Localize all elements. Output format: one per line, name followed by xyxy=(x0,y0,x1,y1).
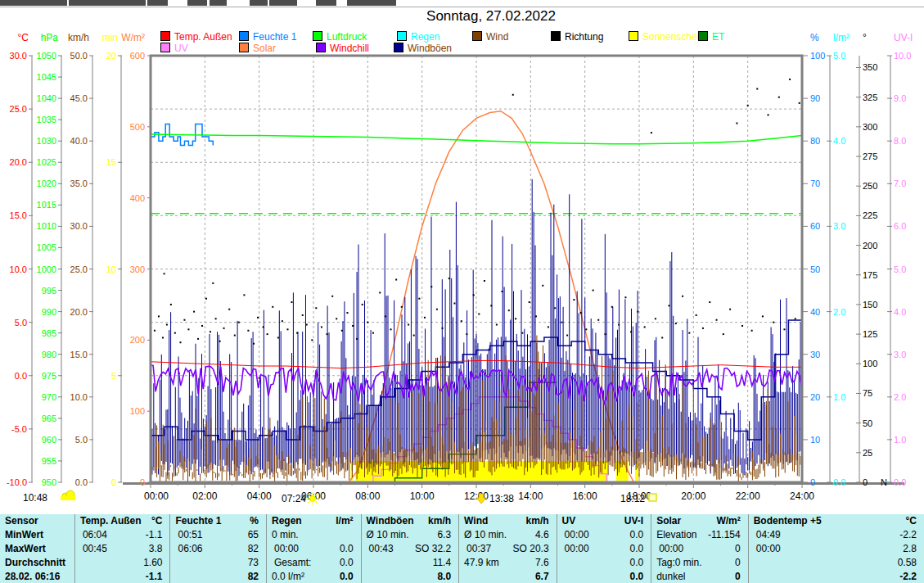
cell-time-or-label: Regen xyxy=(272,514,302,528)
tick-label: 0.0 xyxy=(15,371,27,381)
x-time-label: 12:00 xyxy=(464,490,489,502)
tick-label: 1.0 xyxy=(894,435,906,445)
table-cell-solar: 00:000 xyxy=(651,542,748,556)
legend-item-uv: UV xyxy=(160,43,188,52)
direction-dot xyxy=(597,319,599,321)
tick-label: 7.0 xyxy=(894,179,906,188)
direction-dot xyxy=(408,324,409,326)
tick-label: 990 xyxy=(42,307,56,317)
tick-label: 125 xyxy=(863,329,877,339)
table-cell-wind: 47.9 km7.6 xyxy=(458,556,557,570)
legend-color-box xyxy=(316,43,326,52)
table-row-label: MinWert xyxy=(0,528,74,542)
legend-color-box xyxy=(698,31,708,41)
direction-dot xyxy=(496,324,498,326)
table-col-header: Temp. Außen°C xyxy=(74,514,170,528)
direction-dot xyxy=(212,282,214,284)
table-cell-uv: 0.0 xyxy=(557,570,651,583)
direction-dot xyxy=(618,324,620,326)
tick-label: 5.0 xyxy=(894,264,906,274)
cell-value: 2.8 xyxy=(903,542,917,556)
cell-value: km/h xyxy=(428,514,451,528)
legend-label: Sonnenschein xyxy=(642,31,705,43)
direction-dot xyxy=(356,338,358,340)
legend-label: Windböen xyxy=(408,43,452,54)
table-cell-solar: Elevation-11.154 xyxy=(651,528,748,542)
tick-label: 90 xyxy=(810,93,820,103)
cloud-icon xyxy=(61,490,75,500)
cell-time-or-label: 00:37 xyxy=(467,542,491,556)
direction-dot xyxy=(585,328,587,330)
direction-dot xyxy=(205,298,207,300)
direction-dot xyxy=(709,301,710,303)
cell-value: -11.154 xyxy=(708,528,741,542)
legend-item-windb-en: Windböen xyxy=(394,43,452,52)
chart-legend: Temp. AußenFeuchte 1LuftdruckRegenWindRi… xyxy=(0,0,924,56)
direction-dot xyxy=(783,328,785,330)
tick-label: 0 xyxy=(111,477,116,487)
legend-color-box xyxy=(160,31,170,41)
direction-dot xyxy=(624,296,626,298)
table-cell-windb-en: 11.4 xyxy=(361,556,459,570)
legend-label: ET xyxy=(712,31,724,43)
tick-label: 1035 xyxy=(37,115,56,124)
direction-dot xyxy=(424,317,426,319)
legend-label: Luftdruck xyxy=(327,31,367,43)
tick-label: 80 xyxy=(810,136,820,146)
x-time-label: 22:00 xyxy=(736,490,760,502)
tick-label: 250 xyxy=(863,181,877,191)
x-time-label: 00:00 xyxy=(144,490,169,502)
direction-dot xyxy=(193,311,195,313)
tick-label: 9.0 xyxy=(894,93,906,103)
cell-value: -2.2 xyxy=(899,570,917,583)
direction-dot xyxy=(331,296,333,297)
tick-label: 100 xyxy=(130,406,145,416)
cell-value: 0 xyxy=(735,556,741,570)
x-time-label: 08:00 xyxy=(355,490,380,502)
direction-dot xyxy=(573,299,575,301)
cell-value: °C xyxy=(151,514,162,528)
direction-dot xyxy=(688,332,690,334)
direction-dot xyxy=(286,328,288,330)
table-cell-wind: Ø 10 min.4.6 xyxy=(458,528,557,542)
legend-color-box xyxy=(239,31,249,41)
legend-item-wind: Wind xyxy=(472,31,508,41)
tick-label: 40.0 xyxy=(70,136,88,146)
cell-time-or-label: 04:49 xyxy=(756,528,781,542)
cell-time-or-label: UV xyxy=(562,514,576,528)
plot-series xyxy=(151,79,802,482)
tick-label: 500 xyxy=(130,122,145,132)
axis-%: %1009080706050403020100 xyxy=(802,32,825,487)
tick-label: 400 xyxy=(130,193,145,203)
cell-value: -2.2 xyxy=(899,528,917,542)
direction-dot xyxy=(201,325,203,327)
table-row: 28.02. 06:16-1.1820.0 l/m²0.08.06.70.0du… xyxy=(0,570,924,583)
legend-label: Regen xyxy=(411,31,439,43)
tick-label: -5.0 xyxy=(11,424,27,434)
direction-dot xyxy=(170,304,172,305)
axis-W/m²: W/m²6005004003002001000 xyxy=(121,32,151,487)
direction-dot xyxy=(162,337,164,338)
table-cell-temp-au-en: 00:453.8 xyxy=(74,542,170,556)
sunset-square-icon xyxy=(649,494,656,501)
axis-l/m²: l/m²5.04.03.02.01.00.0 xyxy=(827,32,850,487)
direction-dot xyxy=(605,333,606,335)
cell-time-or-label: Windböen xyxy=(367,514,414,528)
direction-dot xyxy=(296,332,298,334)
cell-time-or-label: Bodentemp +5 xyxy=(754,514,822,528)
direction-dot xyxy=(490,305,492,306)
table-row-label: Sensor xyxy=(0,514,74,528)
tick-label: 995 xyxy=(42,286,56,296)
tick-label: 1010 xyxy=(37,221,56,231)
direction-dot xyxy=(311,339,313,341)
direction-dot xyxy=(197,338,199,340)
cell-time-or-label: 0 min. xyxy=(272,528,299,542)
direction-dot xyxy=(630,331,632,332)
legend-color-box xyxy=(551,31,561,41)
legend-color-box xyxy=(313,31,322,41)
direction-dot xyxy=(741,325,743,327)
legend-label: UV xyxy=(174,43,188,54)
direction-dot xyxy=(390,328,392,330)
cell-time-or-label: dunkel xyxy=(656,570,685,583)
direction-dot xyxy=(267,333,268,335)
